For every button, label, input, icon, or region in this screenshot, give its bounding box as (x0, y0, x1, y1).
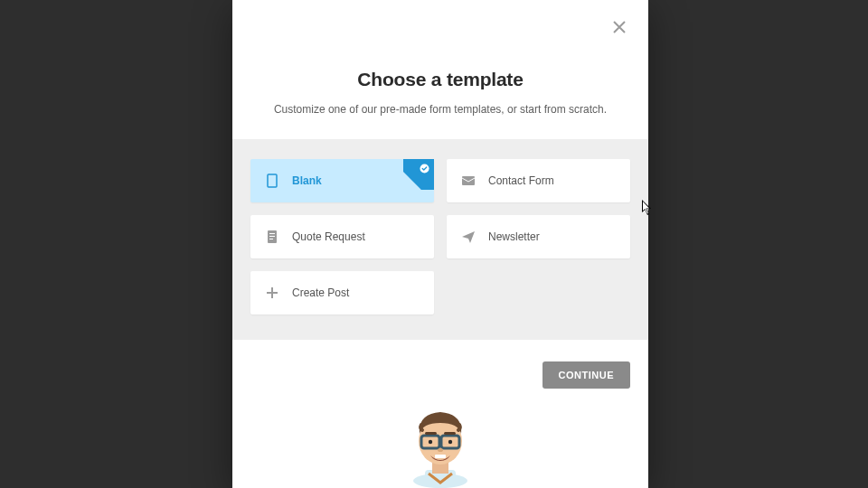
mouse-cursor (642, 200, 653, 216)
modal-footer: CONTINUE (232, 340, 648, 398)
template-label: Quote Request (292, 230, 365, 243)
template-label: Newsletter (488, 230, 540, 243)
close-icon (613, 21, 626, 37)
template-card-blank[interactable]: Blank (250, 159, 434, 202)
mascot-avatar (391, 398, 490, 488)
close-button[interactable] (609, 18, 630, 40)
document-icon (265, 230, 279, 244)
modal-title: Choose a template (259, 69, 621, 90)
template-card-quote-request[interactable]: Quote Request (250, 215, 434, 258)
template-card-create-post[interactable]: Create Post (250, 271, 434, 314)
templates-grid: Blank Contact Form Quote Request (250, 159, 630, 314)
template-label: Create Post (292, 286, 349, 299)
file-icon (265, 174, 279, 188)
send-icon (461, 230, 476, 244)
plus-icon (265, 286, 279, 300)
continue-button[interactable]: CONTINUE (542, 361, 630, 389)
mail-icon (461, 174, 476, 188)
template-card-contact-form[interactable]: Contact Form (447, 159, 630, 202)
templates-section: Blank Contact Form Quote Request (232, 139, 648, 340)
modal-subtitle: Customize one of our pre-made form templ… (259, 103, 621, 116)
svg-rect-16 (425, 432, 437, 435)
template-modal: Choose a template Customize one of our p… (232, 0, 648, 488)
svg-rect-0 (268, 174, 277, 187)
selected-badge (403, 159, 434, 190)
svg-point-14 (429, 440, 432, 444)
template-card-newsletter[interactable]: Newsletter (447, 215, 630, 258)
svg-rect-18 (435, 455, 446, 458)
template-label: Contact Form (488, 174, 554, 187)
svg-point-15 (448, 440, 452, 444)
svg-rect-5 (269, 236, 275, 237)
modal-header: Choose a template Customize one of our p… (232, 0, 648, 139)
template-label: Blank (292, 174, 322, 187)
svg-rect-17 (444, 432, 456, 435)
svg-rect-4 (269, 233, 275, 234)
svg-rect-6 (269, 239, 273, 239)
svg-rect-2 (462, 176, 475, 185)
svg-point-19 (438, 448, 443, 452)
